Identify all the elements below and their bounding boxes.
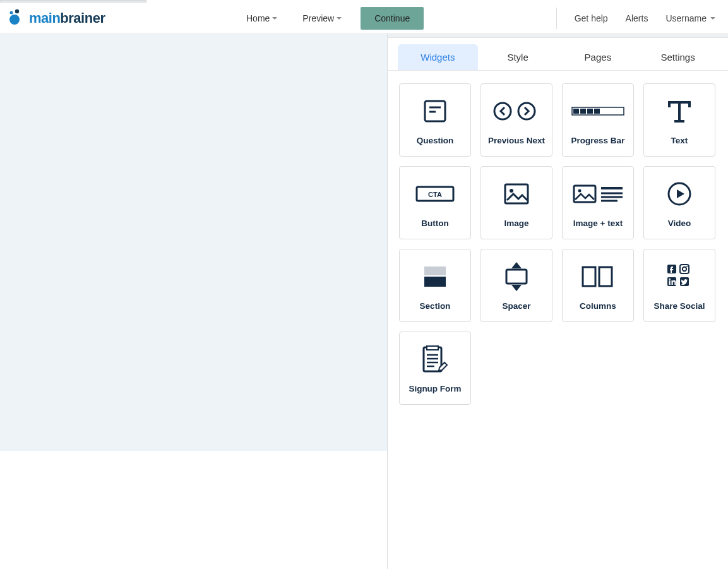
widget-columns[interactable]: Columns — [562, 249, 634, 322]
widget-text[interactable]: Text — [643, 83, 715, 157]
svg-point-6 — [494, 103, 511, 119]
widget-label: Share Social — [653, 301, 705, 311]
widget-spacer[interactable]: Spacer — [480, 249, 552, 322]
svg-rect-26 — [424, 277, 446, 287]
share-social-icon — [666, 261, 693, 292]
logo-text: mainbrainer — [29, 10, 105, 27]
panel-tabs: Widgets Style Pages Settings — [388, 38, 728, 71]
widget-label: Previous Next — [488, 136, 545, 145]
continue-button[interactable]: Continue — [361, 7, 424, 30]
widget-video[interactable]: Video — [643, 166, 715, 239]
widget-signup-form[interactable]: Signup Form — [399, 332, 471, 405]
svg-rect-17 — [574, 186, 595, 202]
svg-point-38 — [669, 278, 671, 280]
svg-marker-27 — [511, 262, 522, 268]
signup-form-icon — [421, 344, 450, 375]
section-icon — [422, 261, 448, 292]
widget-label: Columns — [580, 301, 616, 311]
widget-progress-bar[interactable]: Progress Bar — [562, 83, 634, 157]
svg-rect-28 — [506, 270, 527, 284]
widget-previous-next[interactable]: Previous Next — [480, 83, 552, 157]
svg-rect-10 — [580, 109, 586, 114]
question-icon — [422, 95, 448, 127]
svg-point-2 — [9, 15, 20, 25]
tab-widgets[interactable]: Widgets — [398, 44, 478, 70]
widget-label: Text — [671, 136, 688, 145]
columns-icon — [580, 261, 616, 292]
svg-rect-30 — [583, 267, 595, 286]
tab-settings[interactable]: Settings — [638, 44, 718, 70]
progress-bar-icon — [571, 95, 624, 127]
widget-label: Progress Bar — [571, 136, 625, 145]
logo[interactable]: mainbrainer — [6, 9, 105, 28]
widget-image-text[interactable]: Image + text — [562, 166, 634, 239]
nav-right: Get help Alerts Username — [556, 8, 715, 29]
side-panel: Widgets Style Pages Settings Question — [387, 34, 728, 569]
image-text-icon — [572, 178, 624, 210]
get-help-link[interactable]: Get help — [575, 13, 608, 23]
text-icon — [665, 95, 693, 127]
logo-mark-icon — [6, 9, 25, 28]
widget-label: Section — [420, 301, 451, 311]
svg-rect-25 — [424, 267, 446, 275]
svg-marker-29 — [511, 285, 522, 291]
svg-rect-37 — [669, 280, 671, 285]
svg-point-1 — [15, 9, 19, 13]
nav-divider — [556, 8, 557, 29]
widget-share-social[interactable]: Share Social — [643, 249, 715, 322]
widget-label: Video — [668, 219, 691, 228]
body-row: Widgets Style Pages Settings Question — [0, 34, 728, 569]
svg-rect-41 — [427, 346, 438, 350]
editor-canvas[interactable] — [0, 34, 387, 451]
widget-label: Image + text — [573, 219, 623, 228]
widget-label: Question — [417, 136, 454, 145]
widget-label: Signup Form — [409, 384, 461, 393]
spacer-icon — [503, 261, 530, 292]
svg-rect-11 — [587, 109, 593, 114]
svg-point-16 — [510, 189, 513, 193]
svg-point-35 — [686, 266, 688, 267]
widget-label: Image — [504, 219, 528, 228]
video-icon — [666, 178, 693, 210]
caret-down-icon — [710, 17, 715, 20]
widget-image[interactable]: Image — [480, 166, 552, 239]
nav-home[interactable]: Home — [240, 9, 283, 27]
prev-next-icon — [492, 95, 541, 127]
svg-rect-33 — [680, 265, 689, 273]
caret-down-icon — [337, 17, 342, 20]
nav-home-label: Home — [246, 13, 270, 23]
svg-point-34 — [683, 267, 686, 270]
widget-question[interactable]: Question — [399, 83, 471, 157]
caret-down-icon — [272, 17, 277, 20]
tab-pages[interactable]: Pages — [558, 44, 638, 70]
tab-style[interactable]: Style — [478, 44, 558, 70]
svg-point-18 — [578, 189, 582, 192]
svg-rect-12 — [594, 109, 600, 114]
widget-label: Spacer — [502, 301, 530, 311]
cta-button-icon: CTA — [415, 178, 455, 210]
widget-label: Button — [421, 219, 448, 228]
widgets-grid: Question Previous Next — [388, 71, 728, 417]
widget-section[interactable]: Section — [399, 249, 471, 322]
svg-point-7 — [518, 103, 535, 119]
nav-center: Home Preview Continue — [240, 7, 424, 30]
user-menu[interactable]: Username — [665, 13, 715, 23]
svg-marker-24 — [677, 189, 684, 198]
image-icon — [503, 178, 530, 210]
nav-preview[interactable]: Preview — [296, 9, 348, 27]
svg-rect-31 — [599, 267, 612, 286]
nav-preview-label: Preview — [302, 13, 334, 23]
header-bar: mainbrainer Home Preview Continue Get he… — [0, 3, 728, 34]
user-label: Username — [665, 13, 707, 23]
svg-text:CTA: CTA — [428, 191, 442, 198]
svg-rect-9 — [573, 109, 579, 114]
widget-button[interactable]: CTA Button — [399, 166, 471, 239]
svg-rect-15 — [505, 184, 528, 203]
svg-point-0 — [10, 11, 13, 14]
alerts-link[interactable]: Alerts — [626, 13, 648, 23]
